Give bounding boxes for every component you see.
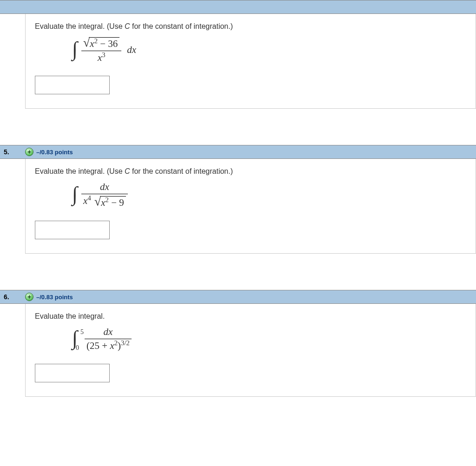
question-body-6: Evaluate the integral. ∫ 5 0 dx (25 + x2… [25,304,476,397]
integral-symbol: ∫ [72,330,78,346]
lower-limit: 0 [76,345,79,351]
expand-icon[interactable] [25,148,33,156]
expand-icon[interactable] [25,293,33,301]
numerator: dx [102,326,115,339]
question-prompt: Evaluate the integral. [35,312,466,321]
question-body-5: Evaluate the integral. (Use C for the co… [25,159,476,254]
denominator: x3 [81,51,121,64]
answer-input[interactable] [35,221,110,239]
question-body-4: Evaluate the integral. (Use C for the co… [25,14,476,109]
sqrt-icon: √ [83,39,90,47]
question-prompt: Evaluate the integral. (Use C for the co… [35,167,466,176]
question-header-6: 6. –/0.83 points [0,290,476,304]
denominator: (25 + x2)3/2 [85,339,132,352]
question-number: 5. [4,148,9,156]
radicand: x2 − 36 [89,37,119,50]
question-header-4 [0,0,476,14]
question-number: 6. [4,293,9,301]
numerator: dx [98,181,111,194]
integral-symbol: ∫ [72,41,78,57]
question-formula: ∫ 5 0 dx (25 + x2)3/2 [72,326,466,352]
sqrt-icon: √ [94,197,101,206]
radicand: x2 − 9 [100,196,126,209]
upper-limit: 5 [80,329,84,335]
points-label: –/0.83 points [36,294,73,301]
dx: dx [127,44,136,56]
question-formula: ∫ dx x4 √ x2 − 9 [72,181,466,209]
answer-input[interactable] [35,76,110,94]
integral-symbol: ∫ [72,186,78,202]
denominator: x4 √ x2 − 9 [81,194,128,209]
question-prompt: Evaluate the integral. (Use C for the co… [35,22,466,31]
points-label: –/0.83 points [36,149,73,156]
question-formula: ∫ √ x2 − 36 x3 dx [72,36,466,64]
question-header-5: 5. –/0.83 points [0,145,476,159]
answer-input[interactable] [35,364,110,382]
